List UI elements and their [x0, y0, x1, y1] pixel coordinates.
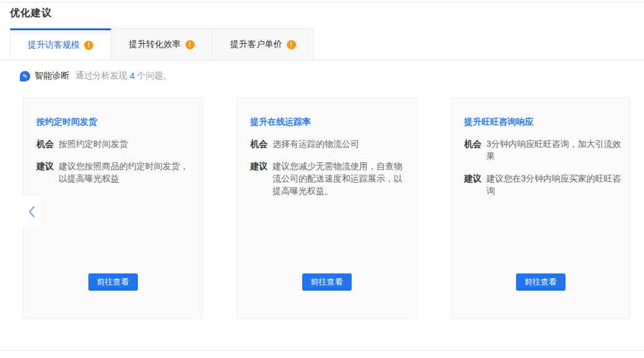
go-view-button[interactable]: 前往查看: [516, 273, 566, 291]
diagnosis-pencil-icon: ✎: [20, 71, 30, 81]
diagnosis-text-prefix: 通过分析发现: [75, 70, 127, 81]
opportunity-row: 机会 按照约定时间发货: [36, 138, 195, 150]
opportunity-label: 机会: [36, 138, 59, 150]
suggestion-row: 建议 建议您减少无需物流使用，自查物流公司的配送速度和运踪展示，以提高曝光权益。: [250, 160, 409, 197]
card-online-tracking-rate: 提升在线运踪率 机会 选择有运踪的物流公司 建议 建议您减少无需物流使用，自查物…: [237, 98, 417, 319]
suggestion-label: 建议: [464, 172, 486, 185]
tab-label: 提升转化效率: [129, 39, 181, 50]
card-on-time-shipping: 按约定时间发货 机会 按照约定时间发货 建议 建议您按照商品的约定时间发货，以提…: [23, 98, 203, 319]
opportunity-row: 机会 3分钟内响应旺旺咨询，加大引流效果: [464, 138, 622, 162]
suggestion-label: 建议: [36, 160, 59, 172]
panel-bottom-divider: [0, 350, 644, 351]
tab-conversion-efficiency[interactable]: 提升转化效率 !: [111, 28, 213, 60]
go-view-button[interactable]: 前往查看: [88, 273, 138, 291]
suggestion-text: 建议您在3分钟内响应买家的旺旺咨询: [486, 172, 622, 197]
suggestion-row: 建议 建议您按照商品的约定时间发货，以提高曝光权益: [36, 160, 195, 185]
card-title-link[interactable]: 提升旺旺咨询响应: [464, 117, 622, 128]
opportunity-row: 机会 选择有运踪的物流公司: [250, 138, 409, 150]
suggestion-tabs: 提升访客规模 ! 提升转化效率 ! 提升客户单价 !: [10, 28, 314, 60]
suggestion-label: 建议: [250, 160, 273, 172]
card-wangwang-response: 提升旺旺咨询响应 机会 3分钟内响应旺旺咨询，加大引流效果 建议 建议您在3分钟…: [451, 98, 630, 319]
carousel-prev-button[interactable]: [22, 196, 41, 227]
diagnosis-text-suffix: 个问题。: [137, 70, 172, 81]
opportunity-text: 按照约定时间发货: [59, 138, 195, 150]
chevron-left-icon: [27, 205, 36, 219]
warning-icon: !: [84, 41, 93, 50]
opportunity-text: 3分钟内响应旺旺咨询，加大引流效果: [486, 138, 622, 162]
smart-diagnosis-row: ✎ 智能诊断 通过分析发现 4 个问题。: [20, 70, 172, 81]
card-title-link[interactable]: 按约定时间发货: [36, 117, 195, 128]
tab-label: 提升客户单价: [231, 39, 282, 50]
card-title-link[interactable]: 提升在线运踪率: [250, 117, 409, 128]
suggestion-cards: 按约定时间发货 机会 按照约定时间发货 建议 建议您按照商品的约定时间发货，以提…: [23, 98, 630, 319]
panel-top-divider: [0, 2, 644, 2]
suggestion-row: 建议 建议您在3分钟内响应买家的旺旺咨询: [464, 172, 622, 197]
suggestion-text: 建议您减少无需物流使用，自查物流公司的配送速度和运踪展示，以提高曝光权益。: [273, 160, 409, 197]
suggestion-text: 建议您按照商品的约定时间发货，以提高曝光权益: [59, 160, 195, 185]
page-title: 优化建议: [10, 7, 52, 20]
warning-icon: !: [185, 40, 195, 49]
warning-icon: !: [287, 40, 296, 49]
tab-label: 提升访客规模: [28, 40, 80, 51]
diagnosis-label: 智能诊断: [35, 70, 69, 81]
opportunity-label: 机会: [464, 138, 486, 150]
opportunity-text: 选择有运踪的物流公司: [273, 138, 409, 150]
go-view-button[interactable]: 前往查看: [302, 273, 352, 291]
tabs-bottom-divider: [0, 60, 644, 60]
tab-visitor-scale[interactable]: 提升访客规模 !: [10, 28, 111, 60]
diagnosis-problem-count: 4: [127, 71, 137, 81]
optimization-suggestions-panel: 优化建议 提升访客规模 ! 提升转化效率 ! 提升客户单价 ! ✎ 智能诊断 通…: [0, 0, 644, 358]
tab-customer-unit-price[interactable]: 提升客户单价 !: [213, 28, 314, 60]
opportunity-label: 机会: [250, 138, 273, 150]
